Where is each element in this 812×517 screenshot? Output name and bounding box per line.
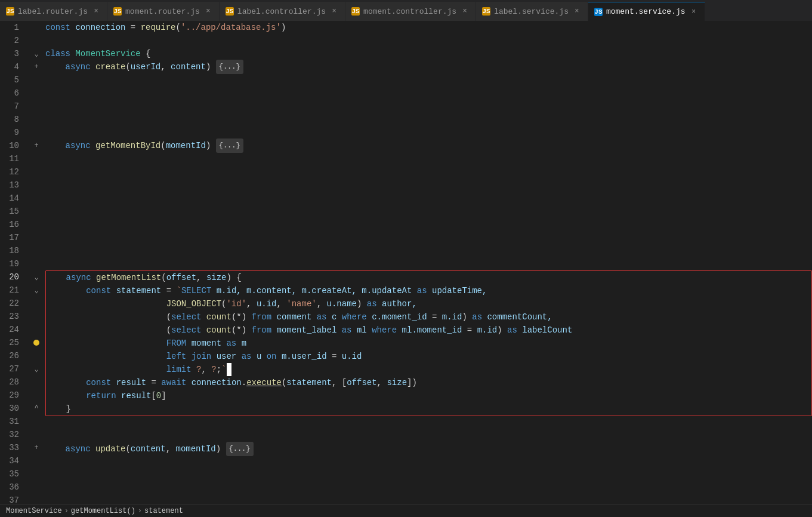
line-num-32: 32 (0, 428, 24, 441)
gutter-row-33[interactable]: + (30, 441, 43, 454)
gutter-row-4[interactable]: + (30, 60, 43, 73)
gutter-row-20[interactable]: ⌄ (30, 270, 43, 284)
tab-close-1[interactable]: × (91, 7, 101, 16)
gutter-row-1 (30, 21, 43, 34)
line-num-36: 36 (0, 481, 24, 494)
code-line-9 (45, 126, 812, 139)
code-line-34 (45, 456, 812, 469)
fold-icon-21[interactable]: ⌄ (34, 286, 38, 295)
code-line-4: async create(userId, content) {...} (45, 60, 812, 73)
line-num-30: 30 (0, 402, 24, 415)
tab-icon-2: JS (113, 7, 122, 16)
gutter-row-18 (30, 244, 43, 257)
tab-moment-router[interactable]: JS moment.router.js × (107, 2, 220, 21)
tab-close-3[interactable]: × (329, 7, 339, 16)
gutter-row-29 (30, 389, 43, 402)
sql-fn-jsonobject: JSON_OBJECT (166, 297, 221, 310)
fold-icon-33[interactable]: + (34, 444, 38, 452)
line-num-14: 14 (0, 192, 24, 205)
sql-where-24: where (372, 324, 402, 337)
line-numbers: 1 2 3 4 5 6 7 8 9 10 11 12 13 14 15 16 1 (0, 21, 30, 504)
tab-moment-service[interactable]: JS moment.service.js × (588, 2, 705, 21)
gutter-row-7 (30, 100, 43, 113)
sql-select-23: select (171, 310, 206, 324)
var-connection-28: connection (192, 376, 242, 389)
line-num-13: 13 (0, 179, 24, 192)
tab-close-2[interactable]: × (203, 7, 213, 16)
sql-uid-26: u.id (342, 350, 362, 363)
tab-label-service[interactable]: JS label.service.js × (476, 2, 588, 21)
code-line-10: async getMomentById(momentId) {...} (45, 139, 812, 152)
sql-mid-24: m.id (477, 324, 498, 337)
fold-icon-20[interactable]: ⌄ (34, 273, 38, 282)
fold-icon-4[interactable]: + (34, 63, 38, 71)
code-line-37 (45, 495, 812, 504)
gutter-row-34 (30, 454, 43, 467)
tab-close-6[interactable]: × (689, 7, 699, 17)
gutter-row-23 (30, 310, 43, 323)
sql-as-24: as (507, 324, 522, 337)
collapsed-getmomentbyid[interactable]: {...} (216, 139, 243, 153)
gutter-row-30[interactable]: ^ (30, 402, 43, 415)
code-line-19 (45, 257, 812, 270)
param-momentid-10: momentId (166, 139, 206, 152)
gutter-row-27[interactable]: ⌄ (30, 362, 43, 376)
gutter-row-24 (30, 323, 43, 336)
tab-close-5[interactable]: × (572, 7, 582, 16)
breadcrumb-class[interactable]: MomentService (6, 507, 62, 515)
fold-icon-10[interactable]: + (34, 141, 38, 150)
gutter: ⌄ + + ⌄ (30, 21, 43, 504)
tab-close-4[interactable]: × (460, 7, 470, 16)
code-line-29: return result[0] (46, 389, 811, 402)
param-offset: offset (166, 271, 196, 284)
code-line-15 (45, 205, 812, 218)
fold-icon-3[interactable]: ⌄ (34, 50, 38, 59)
fold-icon-30[interactable]: ^ (34, 404, 38, 413)
breadcrumb-method[interactable]: getMomentList() (71, 507, 135, 515)
gutter-row-8 (30, 113, 43, 126)
code-line-24: (select count(*) from moment_label as ml… (46, 324, 811, 337)
var-statement-28: statement (286, 376, 332, 389)
breadcrumb-field[interactable]: statement (144, 507, 183, 515)
tab-icon-5: JS (482, 7, 490, 16)
gutter-row-12 (30, 165, 43, 179)
tab-label-router[interactable]: JS label.router.js × (0, 2, 107, 21)
gutter-row-15 (30, 205, 43, 218)
code-line-27: limit ?, ?;` (46, 363, 811, 376)
fn-update: update (95, 442, 125, 456)
sql-ml: ml (357, 324, 372, 337)
breadcrumb-sep-1: › (64, 507, 69, 515)
keyword-return: return (86, 389, 121, 402)
sql-from-25: FROM (166, 337, 192, 350)
sql-m-id: m.id, m.content, m.createAt, m.updateAt (217, 284, 417, 297)
param-momentid-33: momentId (175, 442, 215, 456)
text-cursor-27 (227, 363, 231, 376)
line-num-33: 33 (0, 441, 24, 454)
collapsed-update[interactable]: {...} (226, 442, 254, 456)
str-backtick-21: ` (176, 284, 181, 297)
fold-icon-27[interactable]: ⌄ (34, 365, 38, 374)
sql-uname: u.name (327, 297, 357, 310)
sql-limit: limit (166, 363, 196, 376)
line-num-10: 10 (0, 139, 24, 152)
keyword-async-10: async (66, 139, 95, 152)
line-num-31: 31 (0, 415, 24, 428)
gutter-row-21[interactable]: ⌄ (30, 284, 43, 297)
red-border-block: async getMomentList(offset, size) { cons… (45, 270, 812, 416)
tab-label-controller[interactable]: JS label.controller.js × (220, 2, 345, 21)
breakpoint-25 (33, 340, 39, 346)
code-line-22: JSON_OBJECT('id', u.id, 'name', u.name) … (46, 297, 811, 310)
gutter-row-16 (30, 218, 43, 231)
collapsed-create[interactable]: {...} (216, 60, 243, 74)
line-num-37: 37 (0, 494, 24, 504)
gutter-row-9 (30, 126, 43, 139)
param-size: size (206, 271, 227, 284)
num-0: 0 (156, 389, 161, 402)
tab-moment-controller[interactable]: JS moment.controller.js × (345, 2, 476, 21)
code-line-20: async getMomentList(offset, size) { (46, 271, 811, 284)
code-area[interactable]: const connection = require('../app/datab… (43, 21, 812, 504)
code-line-26: left join user as u on m.user_id = u.id (46, 350, 811, 363)
gutter-row-10[interactable]: + (30, 139, 43, 152)
line-num-35: 35 (0, 467, 24, 481)
gutter-row-3[interactable]: ⌄ (30, 47, 43, 60)
